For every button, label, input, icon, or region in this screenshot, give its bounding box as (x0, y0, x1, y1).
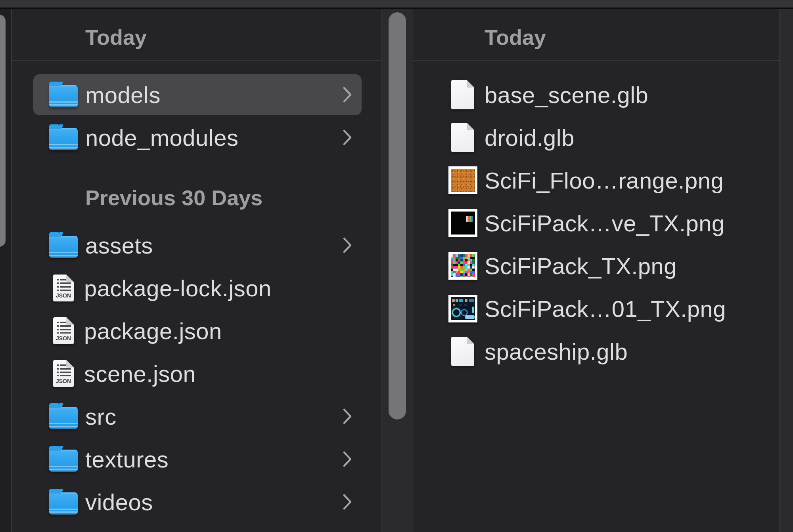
blue-folder-icon (49, 85, 78, 107)
panel-dial (452, 308, 461, 317)
file-row-base-scene-glb[interactable]: base_scene.glb (413, 73, 780, 116)
document-file-icon (451, 337, 474, 366)
icon-slot (439, 73, 486, 116)
file-row-spaceship-glb[interactable]: spaceship.glb (413, 330, 780, 373)
column-browser-pane-2: Todaybase_scene.glbdroid.glbSciFi_Floo…r… (413, 9, 780, 532)
json-badge-text: JSON (53, 292, 74, 299)
icon-slot: JSON (43, 309, 84, 352)
icon-slot (43, 395, 84, 438)
item-label: package.json (84, 309, 222, 352)
file-row-scifipack-tx-png[interactable]: SciFiPack_TX.png (413, 244, 780, 287)
panel-vbar (472, 307, 474, 313)
item-label: SciFiPack_TX.png (485, 244, 677, 287)
file-row-scifipack-ve-tx-png[interactable]: SciFiPack…ve_TX.png (413, 202, 780, 244)
blue-folder-icon (49, 407, 78, 429)
chevron-right-icon (339, 73, 355, 116)
chevron-right-icon (339, 438, 355, 481)
panel-bar (465, 315, 475, 319)
item-label: spaceship.glb (485, 330, 628, 373)
panel-chip (456, 299, 458, 302)
document-file-icon (451, 123, 474, 152)
item-label: SciFiPack…01_TX.png (485, 287, 726, 330)
icon-slot (439, 244, 486, 287)
icon-slot (439, 159, 486, 202)
file-browser-window: Todaymodelsnode_modulesPrevious 30 Daysa… (0, 0, 793, 532)
pane-divider-scrollbar-track (381, 9, 414, 532)
item-label: package-lock.json (84, 267, 272, 309)
folder-row-models[interactable]: models (12, 73, 381, 116)
icon-slot (43, 224, 84, 267)
json-badge-text: JSON (53, 335, 74, 341)
panel-chip (453, 304, 455, 306)
folder-row-assets[interactable]: assets (12, 224, 381, 267)
json-file-icon: JSON (53, 317, 74, 344)
icon-slot: JSON (43, 352, 84, 395)
item-label: node_modules (85, 116, 239, 159)
file-row-droid-glb[interactable]: droid.glb (413, 116, 780, 159)
icon-slot: JSON (43, 267, 84, 309)
icon-slot (43, 438, 84, 481)
blue-folder-icon (49, 128, 78, 150)
panel-chip (465, 299, 467, 302)
item-label: videos (85, 481, 153, 523)
blue-folder-icon (49, 492, 78, 515)
file-row-package-json[interactable]: JSONpackage.json (12, 309, 381, 352)
scifi-panel-texture-thumbnail (448, 295, 477, 322)
item-label: scene.json (84, 352, 196, 395)
header-separator-line (413, 60, 780, 61)
panel-chip (459, 299, 463, 302)
folder-row-textures[interactable]: textures (12, 438, 381, 481)
file-row-scene-json[interactable]: JSONscene.json (12, 352, 381, 395)
icon-slot (439, 202, 486, 244)
item-label: droid.glb (485, 116, 575, 159)
icon-slot (439, 287, 486, 330)
section-header-today: Today (85, 25, 147, 50)
panel-chip (469, 299, 474, 302)
header-separator-line (12, 60, 381, 61)
column-browser-pane-1: Todaymodelsnode_modulesPrevious 30 Daysa… (12, 9, 381, 532)
folder-row-node-modules[interactable]: node_modules (12, 116, 381, 159)
rainbow-patch (466, 216, 473, 222)
pane-scrollbar-thumb[interactable] (389, 12, 406, 419)
file-row-scifipack-01-tx-png[interactable]: SciFiPack…01_TX.png (413, 287, 780, 330)
icon-slot (439, 330, 486, 373)
item-label: SciFiPack…ve_TX.png (485, 202, 725, 244)
blue-folder-icon (49, 236, 78, 258)
item-label: textures (85, 438, 169, 481)
icon-slot (439, 116, 486, 159)
section-header-previous-30-days: Previous 30 Days (85, 187, 262, 208)
chevron-right-icon (339, 224, 355, 267)
folder-row-videos[interactable]: videos (12, 481, 381, 523)
item-label: models (85, 73, 161, 116)
confetti-texture-thumbnail (448, 252, 477, 280)
json-file-icon: JSON (53, 360, 74, 387)
toolbar-bottom-edge (0, 0, 793, 8)
icon-slot (43, 73, 84, 116)
chevron-right-icon (339, 116, 355, 159)
chevron-right-icon (339, 481, 355, 523)
chevron-right-icon (339, 395, 355, 438)
item-label: assets (85, 224, 153, 267)
icon-slot (43, 481, 84, 523)
folder-row-src[interactable]: src (12, 395, 381, 438)
window-left-scrollbar-thumb[interactable] (0, 15, 6, 247)
file-row-scifi-floo-range-png[interactable]: SciFi_Floo…range.png (413, 159, 780, 202)
panel-chip (459, 304, 462, 306)
blue-folder-icon (49, 450, 78, 472)
item-label: SciFi_Floo…range.png (485, 159, 724, 202)
emissive-texture-thumbnail (448, 209, 477, 237)
file-row-package-lock-json[interactable]: JSONpackage-lock.json (12, 267, 381, 309)
window-left-scrollbar-track (0, 9, 12, 532)
json-file-icon: JSON (53, 275, 74, 301)
panel-chip (452, 299, 455, 302)
document-file-icon (451, 80, 474, 109)
json-badge-text: JSON (53, 378, 74, 384)
item-label: src (85, 395, 117, 438)
orange-texture-thumbnail (448, 166, 477, 194)
section-header-today: Today (485, 25, 546, 50)
window-right-scrollbar-track (780, 9, 793, 532)
item-label: base_scene.glb (485, 73, 648, 116)
icon-slot (43, 116, 84, 159)
panel-chip (464, 304, 467, 306)
